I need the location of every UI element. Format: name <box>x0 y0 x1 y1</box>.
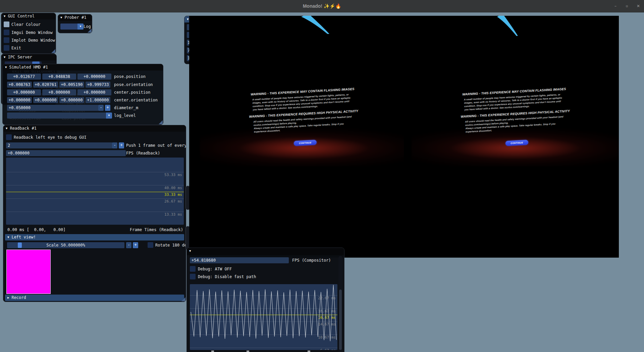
center-position-y[interactable]: +0.000000 <box>42 89 76 95</box>
readback-titlebar[interactable]: ▼Readback #1 <box>3 125 186 132</box>
pose-orientation-x[interactable]: +0.008763 <box>7 82 32 88</box>
checkbox-implot-demo[interactable] <box>4 37 9 43</box>
resize-grip-icon[interactable] <box>159 120 163 124</box>
right-eye-view: WARNING - THIS EXPERIENCE MAY CONTAIN FL… <box>404 16 619 258</box>
gui-control-titlebar[interactable]: ▼GUI Control <box>1 13 56 19</box>
log-level-combo[interactable]: Info ▼ <box>60 24 84 30</box>
record-header-label: Record <box>11 295 26 300</box>
center-position-x[interactable]: +0.000000 <box>7 89 41 95</box>
plot-status-text: 0.00 ms [ 0.00, 0.00] <box>7 227 65 233</box>
center-orientation-y[interactable]: +0.000000 <box>33 97 58 103</box>
push-frames-minus-button[interactable]: - <box>112 142 117 148</box>
resize-grip-icon[interactable] <box>88 29 92 33</box>
collapse-arrow-icon: ▼ <box>7 234 9 240</box>
checkbox-debug-fast-path[interactable] <box>190 274 196 279</box>
lens-flare-streak-icon <box>301 16 329 34</box>
chevron-down-icon[interactable]: ▼ <box>77 24 84 30</box>
checkbox-imgui-demo[interactable] <box>4 30 9 35</box>
hmd-log-level-combo[interactable]: Warn ▼ <box>7 113 112 119</box>
compositor-fps-field[interactable]: +54.818680 <box>190 257 289 263</box>
push-frames-input[interactable]: 2 <box>6 142 112 148</box>
left-eye-view: WARNING - THIS EXPERIENCE MAY CONTAIN FL… <box>189 16 404 258</box>
pose-orientation-z[interactable]: +0.005190 <box>59 82 84 88</box>
axis-tick <box>247 351 249 352</box>
log-level-label: log_level <box>114 113 136 119</box>
health-safety-warning: WARNING - THIS EXPERIENCE MAY CONTAIN FL… <box>457 87 574 148</box>
pose-orientation-label: pose.orientation <box>114 82 153 88</box>
record-header[interactable]: ▶Record <box>5 295 184 301</box>
center-position-label: center.position <box>114 89 150 95</box>
compositor-fps-label: FPS (Compositor) <box>292 257 331 263</box>
axis-tick <box>308 351 310 352</box>
center-position-z[interactable]: +0.000000 <box>77 89 111 95</box>
resize-grip-icon[interactable] <box>51 49 55 53</box>
collapse-arrow-icon[interactable]: ▼ <box>4 54 5 60</box>
push-frames-label: Push 1 frame out of every <box>126 142 186 148</box>
frame-times-readback-plot[interactable]: 53.33 ms40.00 ms26.67 ms13.33 ms0.00 ms3… <box>6 158 184 225</box>
hmd-titlebar[interactable]: ▼Simulated HMD #1 <box>3 64 163 71</box>
diameter-input[interactable]: +0.050000 <box>7 105 99 111</box>
health-safety-warning: WARNING - THIS EXPERIENCE MAY CONTAIN FL… <box>246 87 362 148</box>
slider-value-text: Scale 50.000000% <box>7 242 124 248</box>
prober-title: Prober #1 <box>64 15 86 20</box>
frame-times-compositor-plot[interactable]: 22.67 ms18.67 ms14.67 ms10.67 ms6.67 ms1… <box>190 284 337 350</box>
chevron-down-icon[interactable]: ▼ <box>106 113 112 119</box>
collapse-arrow-icon[interactable]: ▼ <box>187 16 189 23</box>
collapse-arrow-icon[interactable]: ▼ <box>6 125 7 132</box>
collapse-arrow-icon[interactable]: ▼ <box>189 248 191 254</box>
window-readback: ▼Readback #1 Readback left eye to debug … <box>3 125 186 302</box>
window-simulated-hmd: exit on disconnect running compositor ti… <box>2 64 163 125</box>
warning-paragraph-1: A small number of people may have seizur… <box>252 93 354 112</box>
scale-plus-button[interactable]: + <box>133 242 138 248</box>
checkbox-debug-fast-path-label: Debug: Disable fast path <box>198 274 256 280</box>
collapse-arrow-icon[interactable]: ▼ <box>60 14 62 21</box>
close-button[interactable]: ✕ <box>633 0 644 12</box>
checkbox-clear-colour[interactable] <box>4 21 9 27</box>
push-frames-plus-button[interactable]: + <box>119 142 124 148</box>
pose-orientation-y[interactable]: +0.020761 <box>33 82 58 88</box>
center-orientation-w[interactable]: +1.000000 <box>86 97 110 103</box>
scrollbar-grab[interactable] <box>339 290 342 350</box>
collapse-arrow-icon[interactable]: ▼ <box>5 64 7 71</box>
checkbox-readback-left-eye[interactable] <box>6 134 12 140</box>
checkbox-exit[interactable] <box>4 45 9 51</box>
readback-fps-label: FPS (Readback) <box>126 150 160 156</box>
scale-minus-button[interactable]: - <box>126 242 131 248</box>
left-eye-preview-image <box>6 250 51 294</box>
window-compositor: ▼ +54.818680 FPS (Compositor) Debug: ATW… <box>186 248 344 352</box>
lens-flare-streak-icon <box>497 16 518 36</box>
left-view-header[interactable]: ▼Left view! <box>5 234 184 240</box>
checkbox-exit-label: Exit <box>11 45 21 51</box>
checkbox-rotate-180[interactable] <box>148 242 153 248</box>
pose-position-y[interactable]: +0.048838 <box>42 74 76 80</box>
resize-grip-icon[interactable] <box>181 297 185 301</box>
scrollbar[interactable] <box>338 256 342 352</box>
pose-position-z[interactable]: +0.000000 <box>77 74 111 80</box>
checkbox-debug-atw-off[interactable] <box>190 266 196 272</box>
checkbox-readback-label: Readback left eye to debug GUI <box>14 134 87 140</box>
gui-control-title: GUI Control <box>8 14 34 18</box>
window-prober: ▼Prober #1 Info ▼ Log <box>58 14 92 33</box>
checkbox-implot-demo-label: Implot Demo Window <box>11 37 55 43</box>
diameter-label: diameter_m <box>114 105 138 111</box>
checkbox-debug-atw-off-label: Debug: ATW OFF <box>198 266 232 272</box>
diameter-plus-button[interactable]: + <box>105 105 110 111</box>
collapse-arrow-icon: ▶ <box>7 295 9 301</box>
maximize-button[interactable]: ▫ <box>621 0 633 12</box>
os-window-title: Monado! ✨⚡🔥 <box>0 0 644 12</box>
pose-position-x[interactable]: +0.012677 <box>7 74 41 80</box>
scale-slider[interactable]: Scale 50.000000% <box>7 242 124 248</box>
ipc-server-titlebar[interactable]: ▼IPC Server <box>1 54 56 60</box>
diameter-minus-button[interactable]: - <box>98 105 104 111</box>
readback-fps-field[interactable]: +0.000000 <box>6 150 126 156</box>
warning-paragraph-1: A small number of people may have seizur… <box>464 93 566 112</box>
prober-titlebar[interactable]: ▼Prober #1 <box>58 14 92 21</box>
center-orientation-x[interactable]: +0.000000 <box>7 97 32 103</box>
compositor-titlebar[interactable]: ▼ <box>187 248 344 255</box>
readback-title: Readback #1 <box>10 126 36 131</box>
center-orientation-z[interactable]: +0.000000 <box>59 97 84 103</box>
window-gui-control: ▼GUI Control Clear Colour Imgui Demo Win… <box>1 13 56 54</box>
pose-orientation-w[interactable]: +0.999733 <box>86 82 110 88</box>
minimize-button[interactable]: – <box>610 0 621 12</box>
collapse-arrow-icon[interactable]: ▼ <box>4 13 5 19</box>
